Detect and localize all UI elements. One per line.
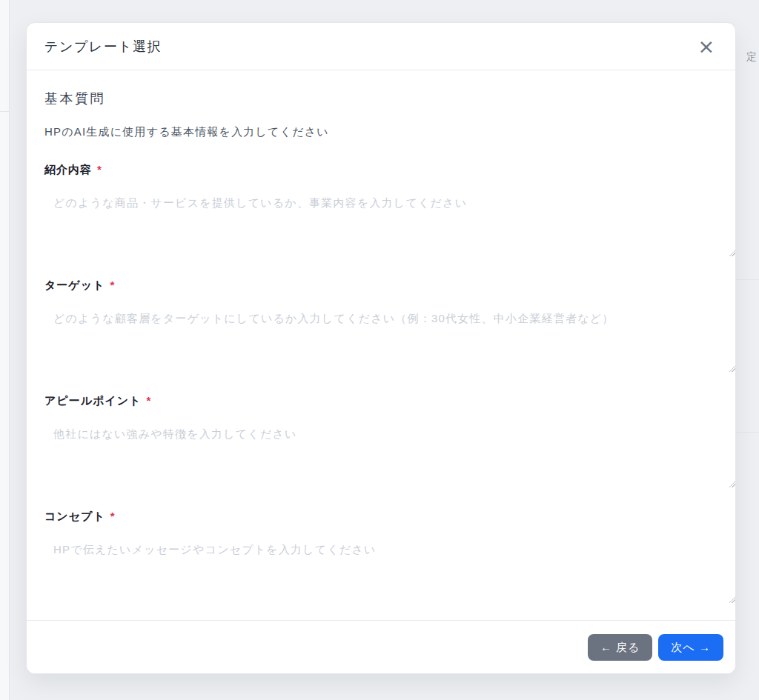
required-asterisk: * bbox=[97, 163, 102, 176]
target-textarea[interactable] bbox=[44, 304, 735, 370]
appeal-points-textarea[interactable] bbox=[44, 419, 735, 486]
dialog-footer: ← 戻る 次へ → bbox=[27, 620, 735, 673]
field-label: 紹介内容* bbox=[44, 163, 717, 177]
dialog-header: テンプレート選択 × bbox=[27, 23, 735, 70]
introduction-textarea[interactable] bbox=[44, 188, 735, 255]
background-partial-label: 定 bbox=[746, 50, 758, 64]
textarea-wrapper bbox=[44, 419, 735, 489]
dialog-body: 基本質問 HPのAI生成に使用する基本情報を入力してください 紹介内容* ターゲ… bbox=[27, 70, 735, 620]
required-asterisk: * bbox=[110, 510, 116, 522]
concept-textarea[interactable] bbox=[44, 535, 735, 601]
background-sidebar-edge bbox=[0, 0, 10, 700]
required-asterisk: * bbox=[110, 279, 115, 291]
background-divider bbox=[736, 279, 759, 280]
section-heading: 基本質問 bbox=[44, 90, 717, 107]
next-button[interactable]: 次へ → bbox=[658, 634, 723, 661]
field-group-target: ターゲット* bbox=[44, 279, 717, 373]
template-selection-dialog: テンプレート選択 × 基本質問 HPのAI生成に使用する基本情報を入力してくださ… bbox=[26, 22, 736, 674]
textarea-wrapper bbox=[44, 304, 735, 373]
required-asterisk: * bbox=[146, 394, 151, 407]
field-label-text: ターゲット bbox=[44, 279, 105, 291]
dialog-title: テンプレート選択 bbox=[44, 38, 162, 56]
field-group-appeal-points: アピールポイント* bbox=[44, 394, 717, 489]
field-label-text: 紹介内容 bbox=[44, 163, 92, 176]
field-group-concept: コンセプト* bbox=[44, 510, 717, 604]
field-label-text: アピールポイント bbox=[44, 394, 141, 407]
field-label: コンセプト* bbox=[44, 510, 717, 524]
textarea-wrapper bbox=[44, 188, 735, 258]
field-group-introduction: 紹介内容* bbox=[44, 163, 717, 258]
back-button[interactable]: ← 戻る bbox=[588, 634, 653, 661]
field-label-text: コンセプト bbox=[44, 510, 105, 522]
close-icon[interactable]: × bbox=[692, 33, 720, 59]
textarea-wrapper bbox=[44, 535, 735, 604]
field-label: アピールポイント* bbox=[44, 394, 717, 408]
field-label: ターゲット* bbox=[44, 279, 717, 293]
background-divider bbox=[736, 432, 759, 433]
section-description: HPのAI生成に使用する基本情報を入力してください bbox=[44, 125, 717, 139]
background-divider bbox=[0, 111, 10, 112]
